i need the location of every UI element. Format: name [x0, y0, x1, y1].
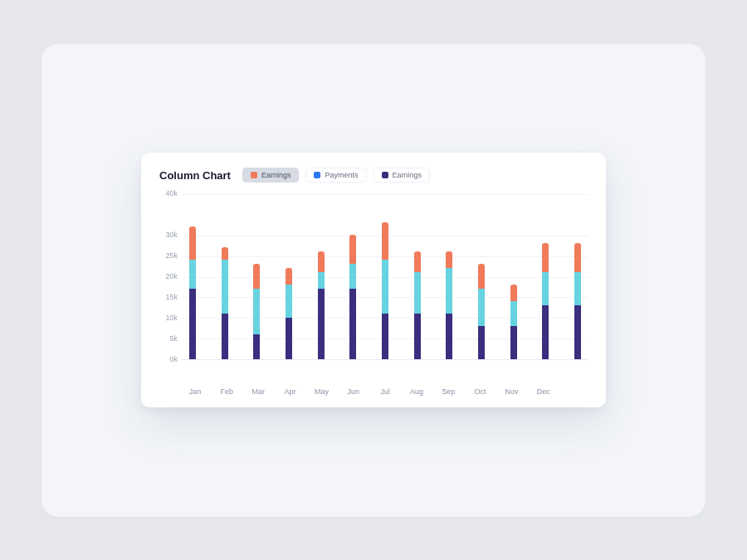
legend-item-2[interactable]: Earnings [374, 168, 431, 183]
x-tick: Feb [217, 387, 236, 396]
bar-segment [318, 272, 325, 289]
bar-segment [446, 251, 452, 268]
bar-segment [286, 285, 292, 318]
y-tick: 10k [165, 314, 178, 322]
chart-body: 40k30k25k20k15k10k5k0k [159, 194, 588, 381]
y-tick: 40k [165, 190, 178, 197]
bar-segment [382, 314, 388, 359]
bar-column[interactable] [286, 268, 292, 359]
bar-segment [349, 289, 356, 359]
bar-segment [574, 305, 581, 359]
bar-segment [414, 272, 421, 314]
bar-segment [510, 285, 517, 301]
bar-column[interactable] [414, 251, 421, 359]
y-axis: 40k30k25k20k15k10k5k0k [159, 194, 183, 360]
outer-panel: Column Chart EarningsPaymentsEarnings 40… [42, 44, 706, 517]
chart-card: Column Chart EarningsPaymentsEarnings 40… [141, 153, 606, 407]
bar-column[interactable] [222, 247, 228, 359]
bar-segment [253, 334, 260, 359]
bar-segment [286, 268, 292, 285]
bar-segment [318, 251, 325, 272]
bar-segment [414, 251, 421, 272]
bar-segment [222, 260, 228, 314]
bar-segment [574, 272, 581, 305]
bar-segment [349, 264, 356, 289]
bars-container [183, 194, 588, 359]
x-tick: Aug [408, 387, 426, 396]
gridline [183, 359, 588, 360]
legend-label: Earnings [261, 171, 291, 179]
bar-segment [382, 222, 388, 260]
bar-column[interactable] [318, 251, 325, 359]
x-tick: May [313, 387, 331, 396]
bar-segment [446, 268, 452, 314]
x-labels: JanFebMarAprMayJunJulAugSepOctNovDec [183, 387, 588, 396]
bar-segment [542, 305, 549, 359]
x-tick: Dec [535, 387, 553, 396]
legend-label: Payments [325, 171, 358, 179]
bar-segment [478, 289, 485, 326]
bar-column[interactable] [542, 243, 549, 359]
legend-swatch [382, 172, 388, 178]
plot-area [183, 194, 588, 360]
y-tick: 15k [165, 294, 178, 301]
bar-column[interactable] [349, 235, 356, 359]
legend-swatch [251, 172, 257, 178]
legend-item-1[interactable]: Payments [305, 168, 366, 183]
bar-segment [478, 264, 485, 289]
bar-segment [189, 226, 196, 260]
x-axis: JanFebMarAprMayJunJulAugSepOctNovDec [159, 387, 588, 396]
bar-segment [318, 289, 325, 359]
y-tick: 5k [169, 335, 178, 343]
bar-segment [222, 247, 228, 260]
bar-column[interactable] [510, 285, 517, 359]
chart-title: Column Chart [159, 169, 231, 182]
bar-segment [189, 260, 196, 289]
legend: EarningsPaymentsEarnings [242, 168, 430, 183]
bar-segment [253, 264, 260, 289]
bar-segment [446, 314, 452, 359]
y-tick: 0k [169, 356, 178, 363]
x-tick: Oct [471, 387, 489, 396]
y-tick: 30k [165, 231, 178, 239]
bar-segment [542, 243, 549, 272]
y-tick: 20k [165, 273, 178, 280]
x-tick: Jul [376, 387, 394, 396]
legend-swatch [314, 172, 320, 178]
legend-label: Earnings [393, 171, 422, 179]
x-tick: Nov [503, 387, 521, 396]
bar-column[interactable] [189, 226, 196, 359]
bar-segment [222, 314, 228, 359]
bar-segment [414, 314, 421, 359]
bar-segment [478, 326, 485, 359]
bar-column[interactable] [253, 264, 260, 359]
bar-segment [510, 301, 517, 326]
bar-column[interactable] [382, 222, 388, 359]
x-tick: Apr [281, 387, 299, 396]
bar-segment [286, 318, 292, 359]
bar-segment [510, 326, 517, 359]
x-tick [566, 387, 584, 396]
card-header: Column Chart EarningsPaymentsEarnings [159, 168, 588, 183]
x-tick: Sep [439, 387, 457, 396]
legend-item-0[interactable]: Earnings [242, 168, 300, 183]
bar-segment [542, 272, 549, 305]
bar-segment [253, 289, 260, 334]
bar-segment [382, 260, 388, 314]
x-tick: Mar [249, 387, 267, 396]
x-tick: Jan [186, 387, 204, 396]
bar-segment [574, 243, 581, 272]
x-tick: Jun [344, 387, 363, 396]
bar-column[interactable] [478, 264, 485, 359]
bar-segment [349, 235, 356, 264]
y-tick: 25k [165, 252, 178, 260]
bar-segment [189, 289, 196, 359]
bar-column[interactable] [574, 243, 581, 359]
bar-column[interactable] [446, 251, 452, 359]
